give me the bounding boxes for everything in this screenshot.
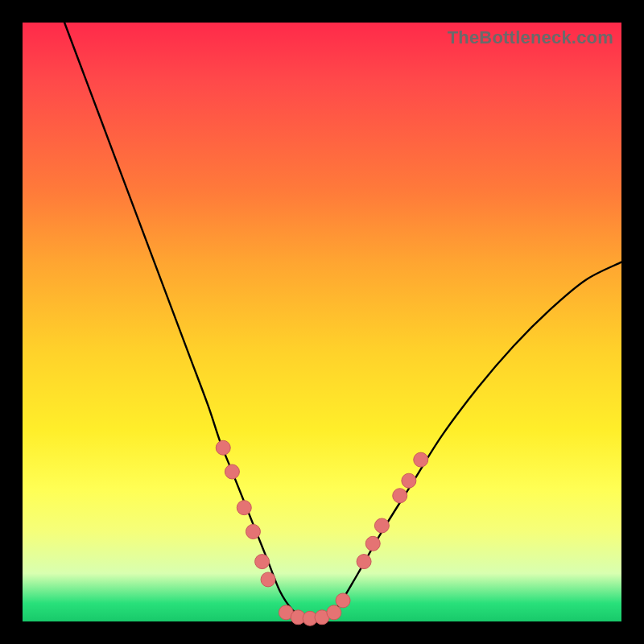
- data-marker: [225, 464, 239, 479]
- data-marker: [216, 440, 230, 455]
- data-marker: [327, 605, 341, 620]
- data-marker: [336, 593, 350, 608]
- data-marker: [357, 555, 371, 569]
- chart-frame: TheBottleneck.com: [0, 0, 644, 644]
- data-marker: [414, 452, 428, 467]
- curve-line: [64, 23, 621, 619]
- data-marker: [393, 489, 407, 503]
- data-marker: [246, 524, 260, 539]
- data-marker: [255, 555, 270, 569]
- data-marker: [374, 518, 389, 533]
- plot-area: TheBottleneck.com: [23, 23, 621, 621]
- data-marker: [261, 572, 275, 587]
- data-marker: [402, 473, 416, 488]
- data-marker: [365, 536, 380, 551]
- data-marker: [237, 501, 251, 515]
- bottleneck-curve: [23, 23, 621, 621]
